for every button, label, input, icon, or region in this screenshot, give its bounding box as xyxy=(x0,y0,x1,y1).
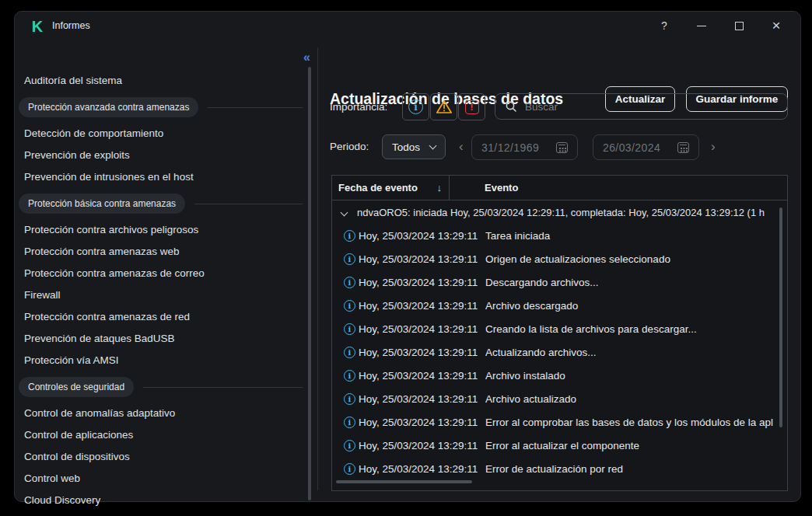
period-dropdown[interactable]: Todos xyxy=(382,134,446,159)
sort-descending-icon: ↓ xyxy=(437,176,443,200)
event-text: Error al comprobar las bases de datos y … xyxy=(485,417,781,428)
info-icon: i xyxy=(344,463,355,475)
chevron-expanded-icon xyxy=(341,208,348,216)
info-icon: i xyxy=(344,370,355,382)
minimize-icon xyxy=(697,26,706,26)
period-dropdown-value: Todos xyxy=(392,141,420,153)
table-row[interactable]: iHoy, 25/03/2024 13:29:11Archivo instala… xyxy=(332,364,787,387)
close-button[interactable]: × xyxy=(769,18,783,33)
sidebar-item[interactable]: Cloud Discovery xyxy=(15,490,317,511)
sidebar-item[interactable]: Prevención de exploits xyxy=(15,145,317,166)
group-row-label: ndvaORO5: iniciada Hoy, 25/03/2024 12:29… xyxy=(357,207,782,218)
info-icon: i xyxy=(344,440,355,452)
search-box xyxy=(495,93,788,120)
section-divider xyxy=(208,107,303,108)
table-row[interactable]: iHoy, 25/03/2024 13:29:11Origen de actua… xyxy=(332,247,787,270)
table-vertical-scrollbar[interactable] xyxy=(779,207,782,427)
event-date: Hoy, 25/03/2024 13:29:11 xyxy=(359,323,485,335)
sidebar-item[interactable]: Control de dispositivos xyxy=(15,446,317,468)
sidebar-section: Protección avanzada contra amenazas xyxy=(15,92,317,123)
sidebar-item[interactable]: Prevención de intrusiones en el host xyxy=(15,166,317,188)
table-row[interactable]: iHoy, 25/03/2024 13:29:11Archivo actuali… xyxy=(332,387,787,410)
event-date: Hoy, 25/03/2024 13:29:11 xyxy=(359,277,485,288)
event-text: Error de actualización por red xyxy=(485,463,781,475)
sidebar-item[interactable]: Protección contra amenazas de red xyxy=(15,306,317,328)
sidebar-item[interactable]: Detección de comportamiento xyxy=(15,123,317,145)
events-table: Fecha de evento ↓ Evento ndvaORO5: inici… xyxy=(331,175,788,491)
info-icon: i xyxy=(344,253,355,265)
sidebar-item[interactable]: Protección contra amenazas web xyxy=(15,241,317,263)
info-icon: i xyxy=(408,99,423,114)
importance-label: Importancia: xyxy=(330,93,387,120)
table-row[interactable]: iHoy, 25/03/2024 13:29:11Error al actual… xyxy=(332,434,787,457)
date-to-value: 26/03/2024 xyxy=(603,141,660,154)
event-text: Archivo instalado xyxy=(485,370,781,382)
info-icon: i xyxy=(344,347,355,358)
sidebar-item[interactable]: Protección contra amenazas de correo xyxy=(15,263,317,284)
table-header: Fecha de evento ↓ Evento xyxy=(332,176,787,200)
info-icon: i xyxy=(344,277,355,288)
event-date: Hoy, 25/03/2024 13:29:11 xyxy=(359,393,485,405)
collapse-sidebar-icon[interactable]: « xyxy=(303,51,310,64)
sidebar-section-label: Protección básica contra amenazas xyxy=(19,194,185,214)
filter-info-button[interactable]: i xyxy=(402,93,429,120)
sidebar-divider xyxy=(317,47,318,490)
filter-warning-button[interactable] xyxy=(430,93,457,120)
minimize-button[interactable] xyxy=(695,18,709,33)
info-icon: i xyxy=(344,323,355,335)
date-to-field[interactable]: 26/03/2024 xyxy=(593,134,699,160)
table-row[interactable]: iHoy, 25/03/2024 13:29:11Archivo descarg… xyxy=(332,294,787,317)
sidebar-item[interactable]: Auditoría del sistema xyxy=(15,70,317,92)
table-horizontal-scrollbar[interactable] xyxy=(336,480,472,483)
table-row[interactable]: iHoy, 25/03/2024 13:29:11Actualizando ar… xyxy=(332,340,787,364)
period-label: Periodo: xyxy=(330,134,369,159)
event-date: Hoy, 25/03/2024 13:29:11 xyxy=(359,253,485,265)
sidebar-item[interactable]: Control web xyxy=(15,468,317,490)
event-text: Actualizando archivos... xyxy=(485,347,781,358)
info-icon: i xyxy=(344,417,355,428)
event-text: Tarea iniciada xyxy=(485,230,781,242)
sidebar-item[interactable]: Protección vía AMSI xyxy=(15,350,317,371)
sidebar-item[interactable]: Control de anomalías adaptativo xyxy=(15,403,317,424)
event-date: Hoy, 25/03/2024 13:29:11 xyxy=(359,230,485,242)
sidebar: « Auditoría del sistemaProtección avanza… xyxy=(15,41,317,501)
sidebar-section-label: Protección avanzada contra amenazas xyxy=(19,97,198,117)
table-row[interactable]: iHoy, 25/03/2024 13:29:11Creando la list… xyxy=(332,317,787,340)
event-date: Hoy, 25/03/2024 13:29:11 xyxy=(359,300,485,312)
sidebar-item[interactable]: Firewall xyxy=(15,284,317,306)
sidebar-section: Controles de seguridad xyxy=(15,371,317,403)
sidebar-scrollbar[interactable] xyxy=(308,67,311,500)
search-input[interactable] xyxy=(525,101,778,113)
previous-period-button[interactable]: ‹ xyxy=(459,134,464,160)
sidebar-item[interactable]: Control de aplicaciones xyxy=(15,424,317,446)
table-row[interactable]: iHoy, 25/03/2024 13:29:11Error al compro… xyxy=(332,410,787,434)
table-group-row[interactable]: ndvaORO5: iniciada Hoy, 25/03/2024 12:29… xyxy=(332,200,787,224)
titlebar: K Informes ? × xyxy=(15,12,800,41)
table-row[interactable]: iHoy, 25/03/2024 13:29:11Error de actual… xyxy=(332,457,787,480)
warning-icon xyxy=(436,99,453,114)
date-from-value: 31/12/1969 xyxy=(481,141,539,154)
kaspersky-logo-icon: K xyxy=(29,18,46,35)
filter-critical-button[interactable]: ! xyxy=(458,93,485,120)
sidebar-item[interactable]: Prevención de ataques BadUSB xyxy=(15,328,317,350)
date-from-field[interactable]: 31/12/1969 xyxy=(471,134,578,160)
sidebar-section-label: Controles de seguridad xyxy=(19,377,134,397)
main-panel: Actualización de bases de datos Actualiz… xyxy=(330,41,788,501)
event-text: Creando la lista de archivos para descar… xyxy=(485,323,781,335)
calendar-icon xyxy=(556,142,568,153)
maximize-button[interactable] xyxy=(732,18,746,33)
sidebar-section: Protección básica contra amenazas xyxy=(15,188,317,219)
table-row[interactable]: iHoy, 25/03/2024 13:29:11Descargando arc… xyxy=(332,270,787,294)
column-header-date[interactable]: Fecha de evento ↓ xyxy=(332,176,450,200)
sidebar-list: Auditoría del sistemaProtección avanzada… xyxy=(15,70,317,511)
search-icon xyxy=(505,100,517,113)
table-body: iHoy, 25/03/2024 13:29:11Tarea iniciadai… xyxy=(332,224,787,480)
column-header-event[interactable]: Evento xyxy=(450,182,518,194)
table-row[interactable]: iHoy, 25/03/2024 13:29:11Tarea iniciada xyxy=(332,224,787,247)
app-window: K Informes ? × « Auditoría del sistemaPr… xyxy=(14,11,801,502)
help-button[interactable]: ? xyxy=(657,18,671,33)
info-icon: i xyxy=(344,300,355,312)
event-text: Descargando archivos... xyxy=(485,277,781,288)
sidebar-item[interactable]: Protección contra archivos peligrosos xyxy=(15,219,317,241)
next-period-button[interactable]: › xyxy=(711,134,716,160)
